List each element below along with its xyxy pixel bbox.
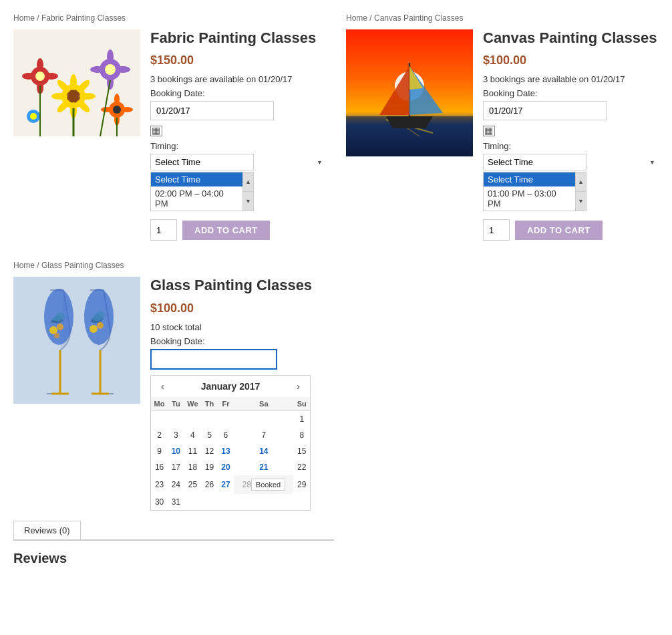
cal-day-empty-0-0 (151, 410, 168, 427)
cal-day-21[interactable]: 21 (234, 459, 293, 475)
cal-day-27[interactable]: 27 (218, 475, 234, 494)
svg-point-28 (121, 107, 133, 112)
cal-day-28[interactable]: 28Booked (234, 475, 293, 494)
canvas-product-image (346, 29, 473, 156)
fabric-timing-select[interactable]: Select Time 02:00 PM – 04:00 PM (150, 154, 254, 170)
calendar-header: ‹ January 2017 › (151, 376, 310, 397)
cal-day-15[interactable]: 15 (293, 443, 310, 459)
fabric-option-select-time[interactable]: Select Time (151, 172, 242, 186)
reviews-tab[interactable]: Reviews (0) (13, 521, 81, 539)
cal-day-14[interactable]: 14 (234, 443, 293, 459)
cal-day-3[interactable]: 3 (168, 427, 184, 443)
canvas-booking-date-input[interactable] (483, 101, 607, 120)
cal-day-20[interactable]: 20 (218, 459, 234, 475)
svg-point-30 (30, 113, 37, 120)
cal-day-17[interactable]: 17 (168, 459, 184, 475)
fabric-product-card: Home / Fabric Painting Classes (13, 13, 326, 241)
cal-day-10[interactable]: 10 (168, 443, 184, 459)
cal-day-empty-5-2 (184, 494, 202, 510)
calendar-prev-button[interactable]: ‹ (158, 381, 168, 392)
canvas-scroll-up[interactable]: ▲ (576, 172, 586, 192)
cal-day-12[interactable]: 12 (201, 443, 217, 459)
svg-point-27 (101, 107, 113, 112)
cal-day-31[interactable]: 31 (168, 494, 184, 510)
glass-product-price: $100.00 (150, 301, 334, 315)
cal-day-22[interactable]: 22 (293, 459, 310, 475)
cal-day-6[interactable]: 6 (218, 427, 234, 443)
fabric-booking-date-label: Booking Date: (150, 88, 326, 98)
fabric-timing-select-wrapper[interactable]: Select Time 02:00 PM – 04:00 PM (150, 154, 326, 170)
calendar-next-button[interactable]: › (293, 381, 303, 392)
svg-point-15 (22, 73, 35, 80)
fabric-scroll-up[interactable]: ▲ (243, 172, 253, 192)
canvas-qty-input[interactable] (483, 219, 510, 241)
glass-booking-date-input[interactable] (150, 349, 277, 370)
canvas-calendar-icon[interactable] (483, 126, 495, 136)
svg-point-22 (116, 66, 130, 73)
cal-day-18[interactable]: 18 (184, 459, 202, 475)
canvas-option-time1[interactable]: 01:00 PM – 03:00 PM (484, 186, 575, 211)
cal-header-mo: Mo (151, 397, 168, 411)
fabric-timing-dropdown: Select Time 02:00 PM – 04:00 PM ▲ ▼ (150, 172, 254, 211)
svg-point-12 (35, 72, 45, 81)
cal-day-1[interactable]: 1 (293, 410, 310, 427)
fabric-qty-input[interactable] (150, 219, 177, 241)
fabric-calendar-icon[interactable] (150, 126, 162, 136)
cal-day-11[interactable]: 11 (184, 443, 202, 459)
svg-point-18 (105, 64, 116, 75)
cal-day-25[interactable]: 25 (184, 475, 202, 494)
fabric-breadcrumb: Home / Fabric Painting Classes (13, 13, 326, 23)
glass-product-title: Glass Painting Classes (150, 277, 334, 294)
cal-day-5[interactable]: 5 (201, 427, 217, 443)
canvas-scroll-down[interactable]: ▼ (576, 192, 586, 211)
canvas-booking-date-label: Booking Date: (483, 88, 659, 98)
glass-calendar-popup: ‹ January 2017 › Mo Tu We Th (150, 375, 311, 511)
cal-day-empty-0-1 (168, 410, 184, 427)
fabric-product-info: Fabric Painting Classes $150.00 3 bookin… (150, 29, 326, 241)
fabric-add-to-cart-button[interactable]: ADD TO CART (182, 221, 270, 240)
cal-day-23[interactable]: 23 (151, 475, 168, 494)
canvas-timing-select-wrapper[interactable]: Select Time 01:00 PM – 03:00 PM (483, 154, 659, 170)
cal-day-7[interactable]: 7 (234, 427, 293, 443)
canvas-option-select-time[interactable]: Select Time (484, 172, 575, 186)
svg-point-21 (90, 66, 105, 73)
fabric-product-title: Fabric Painting Classes (150, 29, 326, 47)
reviews-tab-wrapper: Reviews (0) Reviews (13, 521, 334, 566)
cal-day-19[interactable]: 19 (201, 459, 217, 475)
cal-day-30[interactable]: 30 (151, 494, 168, 510)
canvas-timing-select[interactable]: Select Time 01:00 PM – 03:00 PM (483, 154, 586, 170)
fabric-booking-date-input[interactable] (150, 101, 274, 120)
svg-point-13 (37, 58, 43, 72)
svg-point-3 (70, 74, 77, 90)
bottom-area: Home / Glass Painting Classes (13, 261, 659, 572)
cal-day-9[interactable]: 9 (151, 443, 168, 459)
svg-rect-45 (13, 277, 140, 404)
fabric-scroll-down[interactable]: ▼ (243, 192, 253, 211)
fabric-product-top: Fabric Painting Classes $150.00 3 bookin… (13, 29, 326, 241)
cal-day-16[interactable]: 16 (151, 459, 168, 475)
glass-product-info: Glass Painting Classes $100.00 10 stock … (150, 277, 334, 510)
cal-header-tu: Tu (168, 397, 184, 411)
svg-point-52 (97, 322, 104, 329)
svg-point-25 (114, 94, 120, 106)
svg-point-49 (54, 333, 59, 338)
cal-day-8[interactable]: 8 (293, 427, 310, 443)
cal-header-su: Su (293, 397, 310, 411)
fabric-option-time1[interactable]: 02:00 PM – 04:00 PM (151, 186, 242, 211)
cal-day-24[interactable]: 24 (168, 475, 184, 494)
canvas-product-info: Canvas Painting Classes $100.00 3 bookin… (483, 29, 659, 241)
cal-day-26[interactable]: 26 (201, 475, 217, 494)
cal-day-29[interactable]: 29 (293, 475, 310, 494)
canvas-add-to-cart-button[interactable]: ADD TO CART (515, 221, 603, 240)
cal-day-13[interactable]: 13 (218, 443, 234, 459)
glass-booking-date-label: Booking Date: (150, 336, 334, 346)
cal-day-2[interactable]: 2 (151, 427, 168, 443)
cal-day-empty-0-5 (234, 410, 293, 427)
svg-marker-40 (386, 116, 433, 128)
fabric-timing-options: Select Time 02:00 PM – 04:00 PM (151, 172, 242, 211)
canvas-timing-scroll: Select Time 01:00 PM – 03:00 PM ▲ ▼ (484, 172, 586, 211)
fabric-availability: 3 bookings are available on 01/20/17 (150, 74, 326, 84)
cal-day-4[interactable]: 4 (184, 427, 202, 443)
glass-section-inner: Glass Painting Classes $100.00 10 stock … (13, 277, 334, 510)
canvas-add-to-cart-row: ADD TO CART (483, 219, 659, 241)
